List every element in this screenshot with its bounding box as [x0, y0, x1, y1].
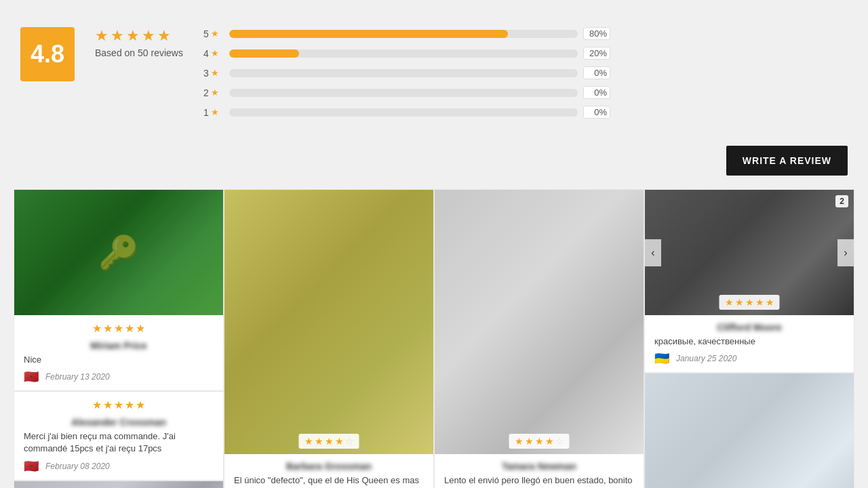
- star-overlay-2: ★ ★ ★ ★ ☆: [299, 434, 359, 449]
- review-image-2: ★ ★ ★ ★ ☆: [224, 190, 433, 454]
- review-text-1: Nice: [24, 354, 214, 366]
- review-card-5: [644, 373, 854, 488]
- image-nav-left-4[interactable]: ‹: [645, 239, 661, 266]
- star-2: ★: [111, 27, 124, 45]
- star-ov4-4: ★: [755, 297, 764, 308]
- bar-pct-2: 0%: [583, 86, 610, 99]
- star-ov3-4: ★: [545, 436, 554, 447]
- review-text-2: El único "defecto", que el de His Queen …: [234, 474, 424, 488]
- bar-track-4: [229, 49, 578, 58]
- bar-row-2: 2 ★ 0%: [203, 86, 610, 99]
- review-image-bottom-1: [14, 481, 223, 488]
- bar-fill-5: [229, 30, 508, 38]
- star-s1b-1: ★: [92, 399, 102, 411]
- review-card-3: ★ ★ ★ ★ ☆ Tamara Newman Lento el envió p…: [434, 189, 644, 488]
- bar-pct-5: 80%: [583, 27, 610, 40]
- rating-stars-summary: ★ ★ ★ ★ ★ Based on 50 reviews: [95, 27, 183, 58]
- review-body-2: Barbara Grossman El único "defecto", que…: [224, 454, 433, 488]
- bar-pct-3: 0%: [583, 66, 610, 79]
- star-4: ★: [142, 27, 155, 45]
- star-ov4-3: ★: [745, 297, 754, 308]
- col-3: ★ ★ ★ ★ ☆ Tamara Newman Lento el envió p…: [434, 189, 644, 488]
- review-card-2: ★ ★ ★ ★ ☆ Barbara Grossman El único "def…: [224, 189, 434, 488]
- star-s2: ★: [103, 322, 113, 335]
- review-image-1: 🔑: [14, 190, 223, 315]
- col-1: 🔑 ★ ★ ★ ★ ★ Miriam Price Nice 🇲: [14, 189, 224, 488]
- star-ov3-3: ★: [535, 436, 544, 447]
- based-on-text: Based on 50 reviews: [95, 47, 183, 58]
- star-overlay-4: ★ ★ ★ ★ ★: [719, 295, 780, 310]
- star-ov2-3: ★: [325, 436, 334, 447]
- keychain-icon-1: 🔑: [98, 234, 139, 272]
- bar-track-3: [229, 69, 578, 77]
- star-ov4-1: ★: [725, 297, 734, 308]
- image-nav-right-4[interactable]: ›: [837, 239, 854, 266]
- review-image-3: ★ ★ ★ ★ ☆: [435, 190, 644, 454]
- review-photo-bottom-1: [14, 481, 223, 488]
- review-photo-5: [645, 373, 854, 488]
- review-image-5: [645, 373, 854, 488]
- star-s1b-5: ★: [136, 399, 145, 411]
- star-s4: ★: [125, 322, 134, 335]
- review-body-3: Tamara Newman Lento el envió pero llegó …: [435, 454, 644, 488]
- star-s1b-2: ★: [103, 399, 113, 411]
- bar-track-2: [229, 89, 578, 97]
- col-4: 2 ‹ › ★ ★ ★ ★ ★ Clifford Moore красивые,…: [644, 189, 854, 488]
- star-5: ★: [157, 27, 171, 45]
- bar-label-3: 3 ★: [203, 68, 224, 79]
- bar-row-3: 3 ★ 0%: [203, 66, 610, 79]
- overall-rating-number: 4.8: [31, 40, 64, 68]
- review-card-1b: ★ ★ ★ ★ ★ Alexander Crossman Merci j'ai …: [14, 391, 224, 480]
- flag-1b: 🇲🇦: [24, 461, 40, 472]
- star-ov2-1: ★: [304, 436, 313, 447]
- star-s1b-3: ★: [114, 399, 123, 411]
- star-s1b-4: ★: [125, 399, 134, 411]
- bar-pct-4: 20%: [583, 47, 610, 60]
- review-meta-1: 🇲🇦 February 13 2020: [24, 371, 214, 382]
- review-photo-1: 🔑: [14, 190, 223, 315]
- review-body-4: Clifford Moore красивые, качественные 🇺🇦…: [645, 315, 854, 372]
- star-ov2-5: ☆: [345, 436, 354, 447]
- review-stars-1b: ★ ★ ★ ★ ★: [24, 399, 214, 411]
- summary-stars-row: ★ ★ ★ ★ ★: [95, 27, 183, 45]
- star-ov4-2: ★: [735, 297, 744, 308]
- star-s5: ★: [136, 322, 145, 335]
- bar-track-1: [229, 108, 578, 117]
- reviewer-name-3: Tamara Newman: [444, 461, 634, 472]
- review-date-4: January 25 2020: [676, 354, 736, 363]
- review-meta-4: 🇺🇦 January 25 2020: [654, 353, 844, 364]
- review-image-4: 2 ‹ › ★ ★ ★ ★ ★: [645, 190, 854, 315]
- bar-label-1: 1 ★: [203, 107, 224, 118]
- star-overlay-3: ★ ★ ★ ★ ☆: [509, 434, 570, 449]
- star-1: ★: [95, 27, 108, 45]
- flag-1: 🇲🇦: [24, 371, 40, 382]
- bar-row-4: 4 ★ 20%: [203, 47, 610, 60]
- write-review-button[interactable]: WRITE A REVIEW: [726, 146, 848, 176]
- review-stars-1: ★ ★ ★ ★ ★: [24, 322, 214, 335]
- star-ov3-2: ★: [525, 436, 534, 447]
- image-badge-4: 2: [835, 195, 848, 207]
- bar-label-4: 4 ★: [203, 48, 224, 59]
- review-date-1b: February 08 2020: [45, 462, 110, 471]
- star-ov2-2: ★: [315, 436, 323, 447]
- star-ov3-5: ☆: [555, 436, 564, 447]
- bar-label-2: 2 ★: [203, 87, 224, 98]
- reviewer-name-4: Clifford Moore: [654, 322, 844, 333]
- review-body-1b: ★ ★ ★ ★ ★ Alexander Crossman Merci j'ai …: [14, 392, 223, 479]
- review-date-1: February 13 2020: [45, 372, 110, 382]
- star-s1: ★: [92, 322, 102, 335]
- rating-summary: 4.8 ★ ★ ★ ★ ★ Based on 50 reviews 5 ★ 80…: [14, 14, 854, 132]
- bar-pct-1: 0%: [583, 106, 610, 119]
- bar-fill-4: [229, 49, 299, 58]
- review-card-4: 2 ‹ › ★ ★ ★ ★ ★ Clifford Moore красивые,…: [644, 189, 854, 373]
- star-ov3-1: ★: [515, 436, 524, 447]
- overall-rating-box: 4.8: [20, 27, 75, 81]
- review-meta-1b: 🇲🇦 February 08 2020: [24, 461, 214, 472]
- bar-row-1: 1 ★ 0%: [203, 106, 610, 119]
- star-3: ★: [126, 27, 140, 45]
- star-ov2-4: ★: [335, 436, 344, 447]
- reviewer-name-1: Miriam Price: [24, 340, 214, 351]
- green-overlay-1: 🔑: [14, 190, 223, 315]
- review-text-1b: Merci j'ai bien reçu ma commande. J'ai c…: [24, 430, 214, 455]
- review-card-1: 🔑 ★ ★ ★ ★ ★ Miriam Price Nice 🇲: [14, 189, 224, 391]
